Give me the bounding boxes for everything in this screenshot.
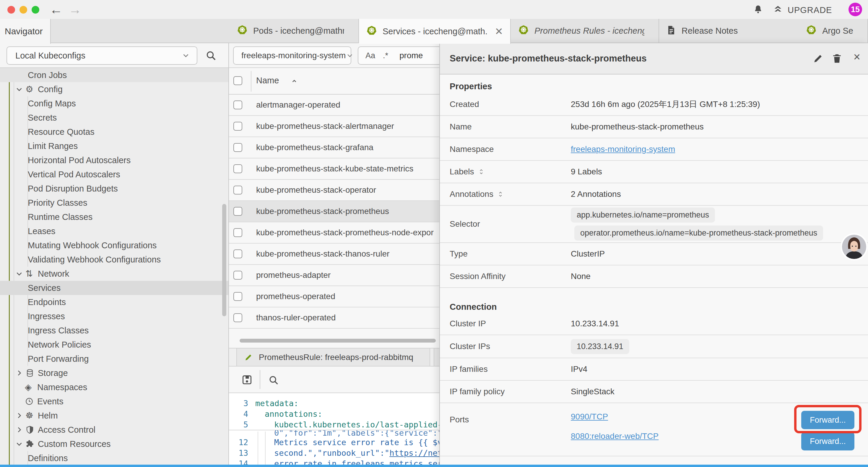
runbook-url-link[interactable]: https://net: [390, 448, 440, 458]
sidebar-item[interactable]: Validating Webhook Configurations: [0, 253, 229, 267]
sidebar-item[interactable]: Storage: [0, 366, 229, 380]
sidebar-item[interactable]: Config Maps: [0, 96, 229, 111]
select-all-checkbox[interactable]: [234, 76, 242, 85]
namespace-link[interactable]: freeleaps-monitoring-system: [571, 145, 675, 154]
sidebar-item[interactable]: Port Forwarding: [0, 352, 229, 366]
sidebar-item[interactable]: Runtime Classes: [0, 210, 229, 224]
sidebar-item[interactable]: Services: [0, 281, 229, 295]
close-icon[interactable]: ×: [854, 50, 860, 63]
chevron-icon[interactable]: [16, 412, 25, 419]
match-case-toggle[interactable]: Aa: [366, 51, 375, 60]
forward-button[interactable]: Forward...: [801, 432, 855, 450]
namespace-select[interactable]: freeleaps-monitoring-system: [233, 47, 351, 65]
sidebar-item[interactable]: Horizontal Pod Autoscalers: [0, 153, 229, 167]
back-arrow-icon[interactable]: ←: [50, 1, 63, 18]
table-row[interactable]: thanos-ruler-operated: [229, 308, 440, 329]
sort-ascending-icon[interactable]: [290, 78, 298, 86]
tab[interactable]: Argo Se: [799, 19, 868, 42]
table-row[interactable]: alertmanager-operated: [229, 95, 440, 116]
tab[interactable]: Prometheus Rules - icecheng...: [511, 19, 659, 42]
table-row[interactable]: kube-prometheus-stack-alertmanager: [229, 116, 440, 137]
table-row[interactable]: kube-prometheus-stack-prometheus-node-ex…: [229, 222, 440, 243]
yaml-line: 5 kubectl.kubernetes.io/last-applied-con: [229, 419, 440, 430]
chevron-icon[interactable]: [16, 270, 25, 278]
trash-icon[interactable]: [831, 53, 843, 65]
sidebar-item[interactable]: Vertical Pod Autoscalers: [0, 167, 229, 181]
sidebar-item[interactable]: Network Policies: [0, 338, 229, 352]
regex-toggle[interactable]: .*: [383, 51, 388, 60]
yaml-editor[interactable]: 3 metadata: 4 annotations: 5 kubectl.kub…: [229, 393, 440, 465]
sidebar-item[interactable]: Secrets: [0, 111, 229, 125]
avatar[interactable]: [840, 233, 868, 262]
table-row[interactable]: kube-prometheus-stack-kube-state-metrics: [229, 158, 440, 180]
window-minimize-button[interactable]: [20, 6, 27, 13]
search-input[interactable]: Aa .* prome: [358, 47, 440, 65]
chevron-icon[interactable]: [16, 440, 25, 448]
chevron-icon[interactable]: [16, 426, 25, 434]
sidebar-item[interactable]: Events: [0, 394, 229, 408]
sidebar-item[interactable]: Custom Resources: [0, 437, 229, 451]
kubeconfig-select[interactable]: Local Kubeconfigs: [6, 47, 197, 65]
editor-tab-strip: PrometheusRule: freeleaps-prod-rabbitmq: [229, 348, 440, 367]
search-icon[interactable]: [205, 50, 217, 63]
tab[interactable]: Services - icecheng@math... ✕: [359, 19, 511, 44]
notification-badge[interactable]: 15: [848, 3, 862, 16]
chevron-icon[interactable]: [16, 85, 25, 93]
expand-toggle-icon[interactable]: [478, 168, 485, 175]
navigator-panel-tab[interactable]: Navigator: [0, 19, 51, 44]
sidebar-item[interactable]: Mutating Webhook Configurations: [0, 238, 229, 253]
window-close-button[interactable]: [7, 6, 15, 13]
sidebar-item[interactable]: Priority Classes: [0, 196, 229, 210]
sidebar-item[interactable]: ⇅ Network: [0, 267, 229, 281]
close-icon[interactable]: ✕: [495, 25, 503, 37]
name-column-header[interactable]: Name: [256, 76, 279, 85]
bell-icon[interactable]: [753, 4, 764, 16]
tab[interactable]: Pods - icecheng@mathmas...: [229, 19, 359, 42]
table-row[interactable]: kube-prometheus-stack-prometheus: [229, 201, 440, 222]
row-checkbox[interactable]: [234, 313, 242, 322]
sidebar-item[interactable]: Ingresses: [0, 309, 229, 323]
row-checkbox[interactable]: [234, 100, 242, 109]
yaml-line: 3 metadata:: [229, 398, 440, 408]
sidebar-item[interactable]: ⚙ Config: [0, 82, 229, 96]
window-zoom-button[interactable]: [32, 6, 39, 13]
sidebar-item[interactable]: Resource Quotas: [0, 125, 229, 139]
expand-toggle-icon[interactable]: [497, 191, 504, 198]
table-row[interactable]: kube-prometheus-stack-operator: [229, 180, 440, 201]
forward-button[interactable]: Forward...: [801, 411, 855, 429]
sidebar-item[interactable]: Access Control: [0, 423, 229, 437]
sidebar-item[interactable]: ☸ Helm: [0, 408, 229, 423]
editor-tab[interactable]: [434, 348, 440, 366]
upgrade-button[interactable]: UPGRADE: [772, 4, 832, 16]
search-icon[interactable]: [268, 375, 279, 387]
table-row[interactable]: kube-prometheus-stack-grafana: [229, 137, 440, 158]
horizontal-scrollbar[interactable]: [240, 339, 436, 343]
chevron-icon[interactable]: [16, 369, 25, 377]
sidebar-item[interactable]: Cron Jobs: [0, 68, 229, 82]
sidebar-item[interactable]: Leases: [0, 224, 229, 238]
forward-arrow-icon[interactable]: →: [68, 1, 82, 18]
sidebar-item[interactable]: Pod Disruption Budgets: [0, 181, 229, 196]
row-checkbox[interactable]: [234, 143, 242, 152]
row-checkbox[interactable]: [234, 122, 242, 130]
sidebar-scrollbar[interactable]: [222, 204, 226, 316]
row-checkbox[interactable]: [234, 207, 242, 216]
sidebar-item[interactable]: Endpoints: [0, 295, 229, 309]
row-checkbox[interactable]: [234, 271, 242, 280]
row-checkbox[interactable]: [234, 292, 242, 301]
row-checkbox[interactable]: [234, 185, 242, 195]
editor-tab[interactable]: PrometheusRule: freeleaps-prod-rabbitmq: [236, 348, 430, 366]
sidebar-item[interactable]: Limit Ranges: [0, 139, 229, 153]
row-checkbox[interactable]: [234, 250, 242, 258]
save-icon[interactable]: [241, 374, 253, 387]
table-row[interactable]: kube-prometheus-stack-thanos-ruler: [229, 243, 440, 265]
row-checkbox[interactable]: [234, 228, 242, 237]
tab[interactable]: Release Notes: [659, 19, 799, 42]
sidebar-item[interactable]: ◈ Namespaces: [0, 380, 229, 394]
row-checkbox[interactable]: [234, 164, 242, 173]
sidebar-item[interactable]: Ingress Classes: [0, 323, 229, 338]
table-row[interactable]: prometheus-adapter: [229, 265, 440, 286]
table-row[interactable]: prometheus-operated: [229, 286, 440, 308]
sidebar-item[interactable]: Definitions: [0, 451, 229, 465]
edit-pencil-icon[interactable]: [812, 53, 824, 65]
